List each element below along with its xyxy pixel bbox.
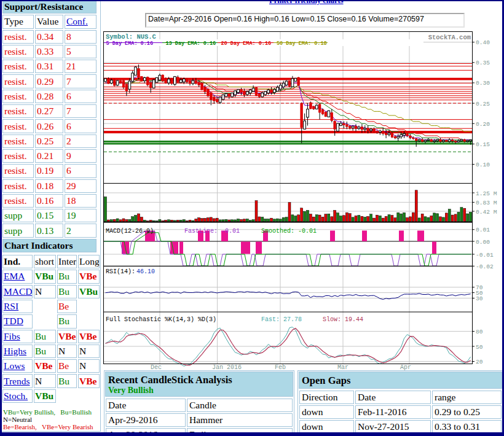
svg-text:0.20: 0.20 [476,121,490,128]
svg-text:-0.01: -0.01 [476,252,494,259]
svg-text:Smoothed: -0.01: Smoothed: -0.01 [261,228,317,235]
svg-text:RSI(14):: RSI(14): [106,268,135,275]
svg-text:50: 50 [476,344,483,351]
svg-text:StockTA.com: StockTA.com [428,34,471,41]
svg-text:0.42 M: 0.42 M [476,209,497,216]
svg-text:0.40: 0.40 [476,39,490,46]
svg-text:0.15: 0.15 [476,141,490,148]
svg-text:Symbol: NUS.C: Symbol: NUS.C [106,33,157,41]
svg-text:0.35: 0.35 [476,60,490,66]
svg-text:0.25: 0.25 [476,101,490,107]
svg-text:46.10: 46.10 [136,268,155,275]
svg-text:-0.02: -0.02 [476,263,494,270]
svg-text:MACD(12-26-9): MACD(12-26-9) [106,228,154,235]
svg-text:0.01: 0.01 [476,227,490,233]
svg-text:0.00: 0.00 [476,239,490,246]
svg-text:30: 30 [476,295,483,302]
svg-text:0.83 M: 0.83 M [476,200,497,206]
svg-text:13 Day EMA: 0.16: 13 Day EMA: 0.16 [166,41,216,47]
svg-text:0.30: 0.30 [476,80,490,87]
svg-text:Slow: 19.44: Slow: 19.44 [323,316,363,323]
svg-text:0.10: 0.10 [476,162,490,168]
svg-text:Full Stochastic %K(14,3) %D(3): Full Stochastic %K(14,3) %D(3) [106,316,216,323]
svg-text:50 Day EMA: 0.18: 50 Day EMA: 0.18 [277,41,327,47]
svg-text:20: 20 [476,359,483,365]
svg-text:80: 80 [476,329,483,335]
svg-text:FastLine: -0.01: FastLine: -0.01 [184,228,240,235]
svg-text:20 Day EMA: 0.16: 20 Day EMA: 0.16 [221,41,272,47]
svg-text:1.25 M: 1.25 M [476,190,497,197]
svg-text:Fast: 27.78: Fast: 27.78 [261,316,302,323]
svg-text:5 Day EMA: 0.16: 5 Day EMA: 0.16 [106,41,154,47]
